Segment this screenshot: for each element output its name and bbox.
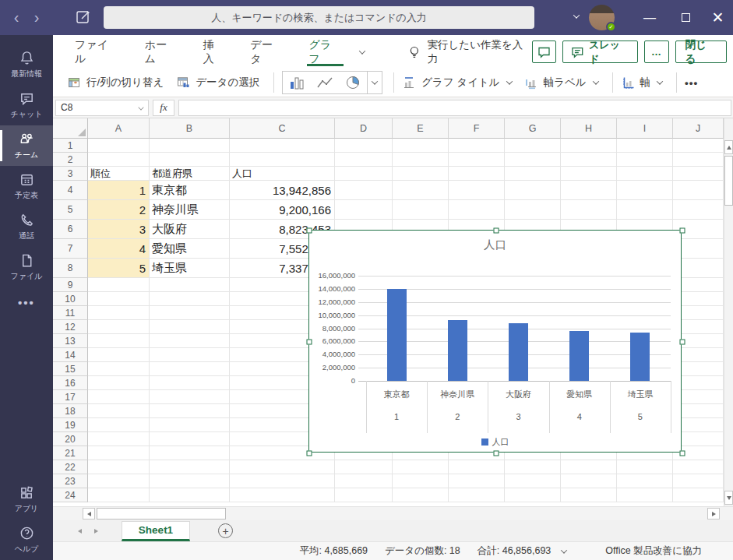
- close-window-button[interactable]: ✕: [703, 0, 733, 35]
- selection-handle[interactable]: [493, 228, 499, 234]
- cell-C23[interactable]: [230, 474, 335, 488]
- row-header-2[interactable]: 2: [53, 153, 88, 167]
- tab-chart[interactable]: グラフ: [307, 35, 343, 69]
- cell-A13[interactable]: [88, 334, 150, 348]
- cell-F22[interactable]: [449, 460, 505, 474]
- chart-bar[interactable]: [387, 289, 407, 381]
- row-header-18[interactable]: 18: [53, 404, 88, 418]
- cell-A24[interactable]: [88, 488, 150, 502]
- scroll-down-button[interactable]: [724, 491, 733, 505]
- cell-G23[interactable]: [505, 474, 561, 488]
- cell-C5[interactable]: 9,200,166: [230, 200, 335, 220]
- cell-A7[interactable]: 4: [88, 239, 150, 259]
- row-header-17[interactable]: 17: [53, 390, 88, 404]
- row-header-10[interactable]: 10: [53, 292, 88, 306]
- cell-G3[interactable]: [505, 167, 561, 181]
- column-header-A[interactable]: A: [88, 118, 150, 139]
- selection-handle[interactable]: [680, 228, 685, 234]
- cell-J3[interactable]: [673, 167, 724, 181]
- cell-I23[interactable]: [617, 474, 673, 488]
- cell-A18[interactable]: [88, 404, 150, 418]
- tab-file[interactable]: ファイル: [73, 35, 121, 69]
- tell-me-box[interactable]: 実行したい作業を入力: [408, 38, 532, 66]
- fx-button[interactable]: fx: [153, 100, 174, 116]
- cell-B9[interactable]: [150, 278, 230, 292]
- cell-J1[interactable]: [673, 139, 724, 153]
- scroll-up-button[interactable]: [724, 140, 733, 154]
- sidebar-item-files[interactable]: ファイル: [0, 247, 53, 287]
- cell-G4[interactable]: [505, 181, 561, 200]
- cell-A21[interactable]: [88, 446, 150, 460]
- column-header-E[interactable]: E: [393, 118, 449, 139]
- chart-title[interactable]: 人口: [309, 238, 681, 252]
- selection-handle[interactable]: [680, 340, 685, 345]
- cell-G24[interactable]: [505, 488, 561, 502]
- cell-C24[interactable]: [230, 488, 335, 502]
- cell-I1[interactable]: [617, 139, 673, 153]
- cell-B6[interactable]: 大阪府: [150, 220, 230, 239]
- sidebar-item-activity[interactable]: 最新情報: [0, 44, 53, 85]
- chart-title-button[interactable]: グラフ タイトル: [402, 76, 511, 90]
- cell-I2[interactable]: [617, 153, 673, 167]
- column-header-J[interactable]: J: [673, 118, 724, 139]
- axis-button[interactable]: 軸: [621, 76, 663, 90]
- cell-F24[interactable]: [449, 488, 505, 502]
- close-workbook-button[interactable]: 閉じる: [675, 41, 727, 63]
- cell-D3[interactable]: [335, 167, 393, 181]
- cell-D4[interactable]: [335, 181, 393, 200]
- cell-F23[interactable]: [449, 474, 505, 488]
- cell-A6[interactable]: 3: [88, 220, 150, 239]
- cell-B23[interactable]: [150, 474, 230, 488]
- line-chart-type-button[interactable]: [311, 72, 339, 93]
- column-header-D[interactable]: D: [335, 118, 393, 139]
- forward-icon[interactable]: ›: [26, 0, 47, 35]
- chevron-down-icon[interactable]: [561, 547, 567, 553]
- cell-J5[interactable]: [673, 200, 724, 220]
- cell-A4[interactable]: 1: [88, 181, 150, 200]
- cell-C4[interactable]: 13,942,856: [230, 181, 335, 200]
- cell-A1[interactable]: [88, 139, 150, 153]
- previous-sheet-icon[interactable]: [78, 529, 82, 534]
- vertical-scrollbar[interactable]: [724, 118, 733, 506]
- row-header-21[interactable]: 21: [53, 446, 88, 460]
- sheet-tab-sheet1[interactable]: Sheet1: [122, 521, 190, 541]
- cell-A23[interactable]: [88, 474, 150, 488]
- cell-F5[interactable]: [449, 200, 505, 220]
- cell-I3[interactable]: [617, 167, 673, 181]
- cell-A15[interactable]: [88, 362, 150, 376]
- cell-A10[interactable]: [88, 292, 150, 306]
- ribbon-more-button[interactable]: …: [644, 41, 668, 63]
- cell-D5[interactable]: [335, 200, 393, 220]
- cell-C1[interactable]: [230, 139, 335, 153]
- select-all-corner[interactable]: [53, 118, 88, 139]
- scroll-left-button[interactable]: [83, 508, 95, 519]
- cell-H4[interactable]: [561, 181, 617, 200]
- office-feedback-link[interactable]: Office 製品改善に協力: [605, 544, 702, 558]
- cell-H24[interactable]: [561, 488, 617, 502]
- chart-bar[interactable]: [630, 333, 650, 381]
- cell-B8[interactable]: 埼玉県: [150, 259, 230, 278]
- selection-handle[interactable]: [307, 340, 312, 345]
- row-header-7[interactable]: 7: [53, 239, 88, 259]
- cell-A20[interactable]: [88, 432, 150, 446]
- cell-E5[interactable]: [393, 200, 449, 220]
- select-data-button[interactable]: データの選択: [176, 76, 259, 90]
- cell-A5[interactable]: 2: [88, 200, 150, 220]
- sidebar-item-chat[interactable]: チャット: [0, 85, 53, 125]
- cell-H1[interactable]: [561, 139, 617, 153]
- selection-handle[interactable]: [307, 228, 312, 234]
- cell-E23[interactable]: [393, 474, 449, 488]
- cell-F2[interactable]: [449, 153, 505, 167]
- chart-bar[interactable]: [569, 331, 589, 381]
- cell-B24[interactable]: [150, 488, 230, 502]
- cell-G22[interactable]: [505, 460, 561, 474]
- cell-G2[interactable]: [505, 153, 561, 167]
- cell-A22[interactable]: [88, 460, 150, 474]
- cell-D2[interactable]: [335, 153, 393, 167]
- cell-B2[interactable]: [150, 153, 230, 167]
- cell-B10[interactable]: [150, 292, 230, 306]
- cell-B4[interactable]: 東京都: [150, 181, 230, 200]
- cell-E24[interactable]: [393, 488, 449, 502]
- row-header-15[interactable]: 15: [53, 362, 88, 376]
- row-header-13[interactable]: 13: [53, 334, 88, 348]
